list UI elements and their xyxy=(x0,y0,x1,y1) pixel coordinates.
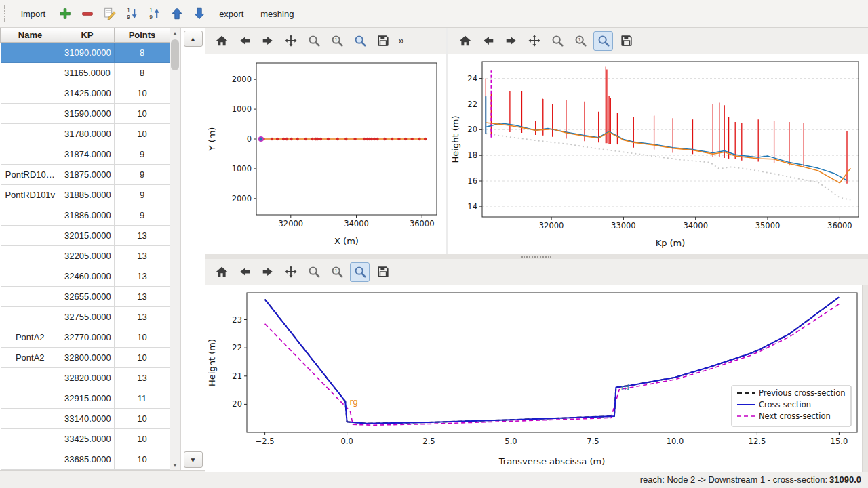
right-scrollbar[interactable] xyxy=(862,285,868,472)
edit-button[interactable] xyxy=(100,4,119,23)
cell-kp[interactable]: 31590.0000 xyxy=(60,104,115,124)
cell-name[interactable] xyxy=(1,246,60,266)
table-scrollbar[interactable]: ▲ ▼ xyxy=(170,28,181,470)
cell-name[interactable]: PontRD10… xyxy=(1,165,60,185)
sort-descending-button[interactable]: 19 xyxy=(145,4,164,23)
plan-view-chart[interactable]: 320003400036000−2000−1000010002000X (m)Y… xyxy=(205,54,446,254)
forward-icon[interactable] xyxy=(258,31,277,51)
zoom-icon[interactable] xyxy=(304,31,323,51)
cell-kp[interactable]: 32655.0000 xyxy=(60,287,115,307)
scroll-up-arrow-icon[interactable]: ▲ xyxy=(170,28,180,38)
table-row[interactable]: 31590.000010 xyxy=(1,104,170,124)
cell-kp[interactable]: 32205.0000 xyxy=(60,246,115,266)
zoom-1-icon[interactable]: 1 xyxy=(327,31,347,51)
cell-kp[interactable]: 32755.0000 xyxy=(60,307,115,327)
forward-icon[interactable] xyxy=(501,31,521,51)
cell-kp[interactable]: 33425.0000 xyxy=(60,429,115,449)
cell-pts[interactable]: 11 xyxy=(115,388,170,409)
cell-pts[interactable]: 9 xyxy=(115,205,170,226)
cell-kp[interactable]: 33140.0000 xyxy=(60,409,115,429)
cell-pts[interactable]: 10 xyxy=(115,124,170,144)
table-row[interactable]: 32205.000013 xyxy=(1,246,170,266)
table-row[interactable]: 33140.000010 xyxy=(1,409,170,429)
cell-name[interactable] xyxy=(1,429,60,449)
table-row[interactable]: PontRD101v31885.00009 xyxy=(1,185,170,205)
cell-pts[interactable]: 10 xyxy=(115,429,170,449)
cell-pts[interactable]: 10 xyxy=(115,409,170,429)
cell-kp[interactable]: 32460.0000 xyxy=(60,266,115,287)
zoom-area-icon[interactable] xyxy=(350,262,370,282)
table-row[interactable]: 32755.000013 xyxy=(1,307,170,327)
toolbar-drag-handle[interactable] xyxy=(4,5,9,22)
cell-name[interactable]: PontA2 xyxy=(1,327,60,348)
table-row[interactable]: 31874.00009 xyxy=(1,144,170,165)
cell-kp[interactable]: 31090.0000 xyxy=(60,43,115,63)
cell-name[interactable] xyxy=(1,266,60,287)
cell-pts[interactable]: 9 xyxy=(115,185,170,205)
scrollbar-track[interactable] xyxy=(170,38,180,460)
zoom-icon[interactable] xyxy=(547,31,567,51)
home-icon[interactable] xyxy=(212,262,231,282)
home-icon[interactable] xyxy=(455,31,475,51)
table-row[interactable]: 32820.000013 xyxy=(1,368,170,388)
cell-pts[interactable]: 13 xyxy=(115,226,170,246)
back-icon[interactable] xyxy=(235,31,254,51)
sort-ascending-button[interactable]: 19 xyxy=(123,4,142,23)
splitter-grip[interactable] xyxy=(521,256,551,258)
move-up-button[interactable] xyxy=(167,4,186,23)
cell-pts[interactable]: 13 xyxy=(115,266,170,287)
cell-pts[interactable]: 10 xyxy=(115,449,170,470)
cell-name[interactable]: PontA2 xyxy=(1,348,60,368)
remove-cross-section-button[interactable] xyxy=(78,4,97,23)
zoom-area-icon[interactable] xyxy=(350,31,370,51)
cell-pts[interactable]: 9 xyxy=(115,144,170,165)
zoom-1-icon[interactable]: 1 xyxy=(327,262,347,282)
column-header-points[interactable]: Points xyxy=(115,28,170,43)
cell-pts[interactable]: 10 xyxy=(115,83,170,104)
table-row[interactable]: 32655.000013 xyxy=(1,287,170,307)
table-row[interactable]: 32460.000013 xyxy=(1,266,170,287)
back-icon[interactable] xyxy=(478,31,498,51)
cell-kp[interactable]: 31780.0000 xyxy=(60,124,115,144)
scrollbar-thumb[interactable] xyxy=(171,39,179,70)
cross-section-chart[interactable]: −2.50.02.55.07.510.012.515.020212223Tran… xyxy=(205,285,868,472)
cell-name[interactable] xyxy=(1,388,60,409)
pan-icon[interactable] xyxy=(524,31,544,51)
cell-pts[interactable]: 13 xyxy=(115,307,170,327)
home-icon[interactable] xyxy=(212,31,231,51)
cell-kp[interactable]: 31425.0000 xyxy=(60,83,115,104)
zoom-1-icon[interactable]: 1 xyxy=(570,31,590,51)
back-icon[interactable] xyxy=(235,262,254,282)
cell-name[interactable] xyxy=(1,43,60,63)
cell-name[interactable] xyxy=(1,307,60,327)
table-row[interactable]: 32915.000011 xyxy=(1,388,170,409)
cell-pts[interactable]: 13 xyxy=(115,246,170,266)
table-row[interactable]: PontRD10…31875.00009 xyxy=(1,165,170,185)
cell-name[interactable] xyxy=(1,368,60,388)
cell-name[interactable] xyxy=(1,449,60,470)
cell-kp[interactable]: 31885.0000 xyxy=(60,185,115,205)
cell-name[interactable] xyxy=(1,144,60,165)
cell-kp[interactable]: 32015.0000 xyxy=(60,226,115,246)
horizontal-splitter[interactable] xyxy=(205,254,868,259)
cell-name[interactable] xyxy=(1,287,60,307)
import-button[interactable]: import xyxy=(14,5,52,23)
column-header-kp[interactable]: KP xyxy=(60,28,115,43)
table-row[interactable]: PontA232770.000010 xyxy=(1,327,170,348)
cell-kp[interactable]: 32820.0000 xyxy=(60,368,115,388)
save-icon[interactable] xyxy=(373,31,393,51)
scroll-to-bottom-button[interactable]: ▼ xyxy=(184,451,203,468)
export-button[interactable]: export xyxy=(212,5,250,23)
save-icon[interactable] xyxy=(616,31,636,51)
column-header-name[interactable]: Name xyxy=(1,28,60,43)
zoom-icon[interactable] xyxy=(304,262,323,282)
cell-kp[interactable]: 31874.0000 xyxy=(60,144,115,165)
cell-pts[interactable]: 8 xyxy=(115,43,170,63)
cell-name[interactable] xyxy=(1,83,60,104)
table-row[interactable]: 32015.000013 xyxy=(1,226,170,246)
scroll-down-arrow-icon[interactable]: ▼ xyxy=(170,460,180,470)
table-row[interactable]: 31780.000010 xyxy=(1,124,170,144)
cell-kp[interactable]: 32800.0000 xyxy=(60,348,115,368)
pan-icon[interactable] xyxy=(281,262,300,282)
cell-pts[interactable]: 13 xyxy=(115,368,170,388)
